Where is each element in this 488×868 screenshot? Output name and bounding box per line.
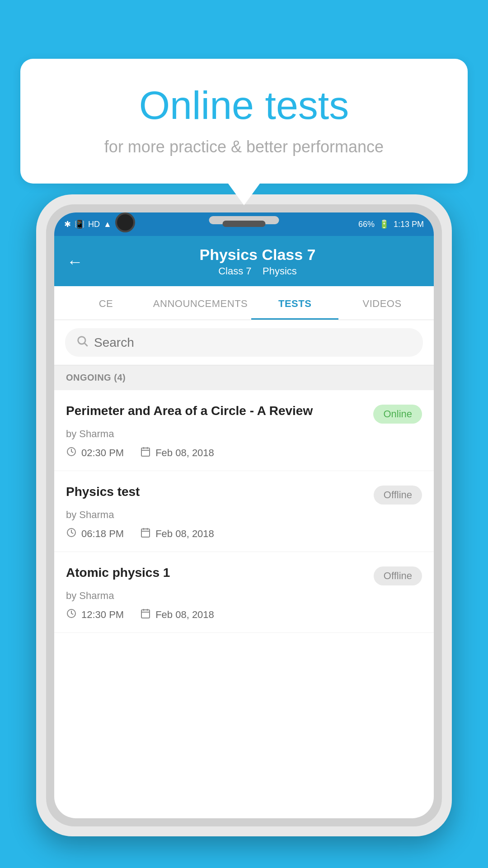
test-date-0: Feb 08, 2018 — [140, 446, 214, 460]
clock-icon-0 — [66, 446, 77, 460]
bubble-title: Online tests — [47, 84, 441, 127]
section-header-ongoing: ONGOING (4) — [54, 365, 434, 390]
calendar-icon-2 — [140, 608, 151, 622]
test-date-1: Feb 08, 2018 — [140, 527, 214, 541]
test-time-1: 06:18 PM — [66, 527, 124, 541]
test-title-1: Physics test — [66, 484, 366, 500]
test-item-header-2: Atomic physics 1 Offline — [66, 565, 422, 585]
tab-bar: CE ANNOUNCEMENTS TESTS VIDEOS — [54, 286, 434, 320]
phone-screen: ✱ 📳 HD ▲ ▲ ✕ 66% 🔋 1:13 PM ← Physics — [54, 212, 434, 818]
phone-outer: ✱ 📳 HD ▲ ▲ ✕ 66% 🔋 1:13 PM ← Physics — [36, 194, 452, 836]
search-icon — [76, 335, 89, 350]
test-date-2: Feb 08, 2018 — [140, 608, 214, 622]
test-item-header-1: Physics test Offline — [66, 484, 422, 505]
tab-tests[interactable]: TESTS — [251, 286, 338, 320]
vibrate-icon: 📳 — [75, 219, 84, 229]
app-bar: ← Physics Class 7 Class 7 Physics — [54, 236, 434, 286]
promo-bubble: Online tests for more practice & better … — [20, 59, 468, 184]
phone-inner: ✱ 📳 HD ▲ ▲ ✕ 66% 🔋 1:13 PM ← Physics — [46, 204, 442, 826]
home-sensor — [223, 221, 266, 227]
bubble-subtitle: for more practice & better performance — [47, 137, 441, 156]
status-badge-2: Offline — [374, 566, 422, 585]
tab-ce[interactable]: CE — [62, 286, 150, 320]
test-title-0: Perimeter and Area of a Circle - A Revie… — [66, 403, 366, 419]
calendar-icon-1 — [140, 527, 151, 541]
svg-rect-3 — [141, 448, 150, 456]
clock-icon-1 — [66, 527, 77, 541]
hd-label: HD — [88, 220, 100, 229]
battery-percent: 66% — [358, 220, 375, 229]
test-item-header-0: Perimeter and Area of a Circle - A Revie… — [66, 403, 422, 424]
svg-point-0 — [78, 337, 85, 344]
status-badge-1: Offline — [374, 486, 422, 505]
clock: 1:13 PM — [394, 220, 424, 229]
tab-announcements[interactable]: ANNOUNCEMENTS — [150, 286, 251, 320]
svg-rect-8 — [141, 529, 150, 537]
screen-title: Physics Class 7 — [94, 246, 421, 264]
battery-icon: 🔋 — [379, 219, 389, 229]
tab-videos[interactable]: VIDEOS — [338, 286, 426, 320]
svg-line-1 — [84, 343, 87, 346]
svg-rect-13 — [141, 610, 150, 618]
test-item-1[interactable]: Physics test Offline by Sharma — [54, 471, 434, 552]
screen-subtitle: Class 7 Physics — [94, 265, 421, 277]
calendar-icon-0 — [140, 446, 151, 460]
test-item-0[interactable]: Perimeter and Area of a Circle - A Revie… — [54, 390, 434, 471]
clock-icon-2 — [66, 608, 77, 622]
search-container — [54, 320, 434, 365]
app-bar-title-group: Physics Class 7 Class 7 Physics — [94, 246, 421, 277]
test-meta-0: 02:30 PM — [66, 446, 422, 460]
status-badge-0: Online — [373, 405, 422, 424]
test-author-1: by Sharma — [66, 509, 422, 521]
test-meta-1: 06:18 PM — [66, 527, 422, 541]
test-title-2: Atomic physics 1 — [66, 565, 366, 581]
bluetooth-icon: ✱ — [64, 219, 71, 229]
test-time-2: 12:30 PM — [66, 608, 124, 622]
test-author-2: by Sharma — [66, 590, 422, 602]
phone-camera — [115, 212, 135, 232]
test-time-0: 02:30 PM — [66, 446, 124, 460]
test-list: Perimeter and Area of a Circle - A Revie… — [54, 390, 434, 633]
test-item-2[interactable]: Atomic physics 1 Offline by Sharma — [54, 552, 434, 633]
wifi-icon: ▲ — [103, 220, 112, 229]
search-input[interactable] — [94, 335, 412, 350]
test-meta-2: 12:30 PM — [66, 608, 422, 622]
test-author-0: by Sharma — [66, 428, 422, 440]
back-button[interactable]: ← — [67, 252, 83, 271]
search-bar[interactable] — [65, 328, 423, 357]
phone-mockup: ✱ 📳 HD ▲ ▲ ✕ 66% 🔋 1:13 PM ← Physics — [36, 194, 452, 868]
